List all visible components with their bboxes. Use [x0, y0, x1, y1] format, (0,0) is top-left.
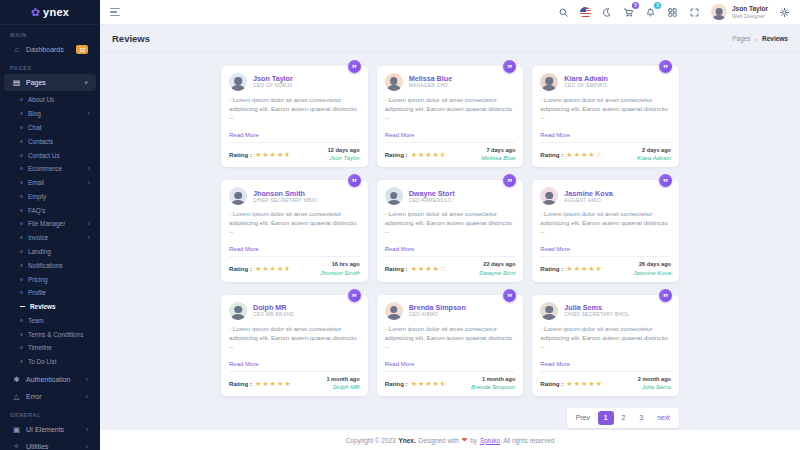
sidebar-subitem[interactable]: Contacts: [0, 134, 100, 148]
footer-by-text: by: [470, 437, 477, 444]
pagination-next-button[interactable]: next: [651, 411, 676, 425]
fullscreen-icon[interactable]: [689, 6, 701, 18]
sidebar-subitem[interactable]: Ecommerce ›: [0, 162, 100, 176]
sidebar-subitem[interactable]: Blog ›: [0, 107, 100, 121]
cart-icon[interactable]: 5: [623, 6, 635, 18]
sidebar-subitem[interactable]: File Manager ›: [0, 217, 100, 231]
sidebar-section-general: GENERAL: [0, 405, 100, 421]
sidebar-item-dashboards[interactable]: ⌂ Dashboards 12: [4, 41, 96, 58]
reviewer-name: Melissa Blue: [409, 74, 453, 83]
sidebar-subitem-label: Empty: [28, 193, 90, 200]
quote-icon: [503, 289, 516, 302]
sidebar-item[interactable]: ▣ UI Elements ›: [4, 421, 96, 438]
read-more-link[interactable]: Read More: [385, 132, 415, 138]
reviews-grid: Json Taylor CEO OF NORJA - Lorem ipsum d…: [221, 58, 679, 396]
reviewer-role: CHIEF SECRETARY BHOL: [564, 312, 629, 318]
review-text: - Lorem ipsum dolor sit amet consectetur…: [385, 210, 516, 237]
footer-designer-link[interactable]: Spruko: [480, 437, 500, 444]
rating-label: Rating :: [229, 151, 252, 158]
notifications-bell-icon[interactable]: 3: [645, 6, 657, 18]
profile-menu[interactable]: Json Taylor Web Designer: [711, 4, 768, 20]
read-more-link[interactable]: Read More: [540, 361, 570, 367]
quote-icon: [659, 289, 672, 302]
sidebar-item[interactable]: ✱ Authentication ›: [4, 371, 96, 388]
reviewer-name: Jasmine Kova: [564, 189, 612, 198]
logo-text: ynex: [43, 6, 69, 18]
bullet-icon: [20, 333, 23, 336]
app-logo[interactable]: ✿ ynex: [0, 0, 100, 25]
sidebar-subitem[interactable]: FAQ's: [0, 203, 100, 217]
apps-grid-icon[interactable]: [667, 6, 679, 18]
read-more-link[interactable]: Read More: [540, 246, 570, 252]
dark-mode-moon-icon[interactable]: [601, 6, 613, 18]
read-more-link[interactable]: Read More: [540, 132, 570, 138]
breadcrumb-parent[interactable]: Pages: [732, 35, 750, 42]
rating-label: Rating :: [540, 380, 563, 387]
sidebar-subitem[interactable]: Timeline: [0, 341, 100, 355]
read-more-link[interactable]: Read More: [229, 246, 259, 252]
sidebar-general-items: ▣ UI Elements › ✧ Utilities ›: [0, 421, 100, 450]
bullet-icon: [20, 278, 23, 281]
read-more-link[interactable]: Read More: [385, 246, 415, 252]
sidebar-subitem[interactable]: Empty: [0, 189, 100, 203]
review-card: Jasmine Kova AGGENT AMIO - Lorem ipsum d…: [532, 180, 679, 281]
quote-icon: [659, 60, 672, 73]
sidebar-subitem-label: File Manager: [28, 220, 83, 227]
footer-brand: Ynex.: [399, 437, 416, 444]
review-time: 22 days ago: [479, 261, 515, 268]
pagination-page-button[interactable]: 1: [598, 411, 614, 425]
review-text: - Lorem ipsum dolor sit amet consectetur…: [229, 210, 360, 237]
review-text: - Lorem ipsum dolor sit amet consectetur…: [540, 210, 671, 237]
bullet-icon: [20, 181, 23, 184]
review-text: - Lorem ipsum dolor sit amet consectetur…: [385, 96, 516, 123]
chevron-down-icon: ▾: [84, 79, 88, 87]
read-more-link[interactable]: Read More: [385, 361, 415, 367]
sidebar-subitem[interactable]: About Us: [0, 93, 100, 107]
bullet-icon: [20, 291, 23, 294]
breadcrumb: Pages » Reviews: [732, 35, 788, 42]
search-icon[interactable]: [558, 6, 570, 18]
sidebar-subitem[interactable]: Terms & Conditions: [0, 327, 100, 341]
quote-icon: [503, 60, 516, 73]
review-time: 12 days ago: [328, 147, 360, 154]
sidebar-subitem[interactable]: Notifications: [0, 258, 100, 272]
chevron-right-icon: ›: [86, 393, 88, 400]
reviewer-role: AGGENT AMIO: [564, 198, 612, 204]
sidebar-subitem[interactable]: To Do List: [0, 355, 100, 369]
sidebar-item[interactable]: △ Error ›: [4, 388, 96, 405]
pagination-prev-button[interactable]: Prev: [570, 411, 596, 425]
menu-toggle-icon[interactable]: [110, 8, 120, 17]
pagination-page-button[interactable]: 2: [616, 411, 632, 425]
sidebar-subitem[interactable]: Profile: [0, 286, 100, 300]
sidebar-subitem[interactable]: Landing: [0, 245, 100, 259]
dashboards-badge: 12: [76, 45, 88, 54]
sidebar-lower-items: ✱ Authentication › △ Error ›: [0, 371, 100, 405]
sidebar-subitem[interactable]: Chat: [0, 121, 100, 135]
sidebar-subitem[interactable]: Reviews: [0, 300, 100, 314]
sidebar-subitem-label: Team: [28, 317, 90, 324]
sidebar-subitem[interactable]: Contact Us: [0, 148, 100, 162]
review-card: Brenda Simpson CEO AIBMO - Lorem ipsum d…: [377, 295, 524, 396]
sidebar-item[interactable]: ✧ Utilities ›: [4, 438, 96, 450]
authentication-icon: ✱: [12, 375, 21, 384]
reviewer-signature: Dolph MR: [326, 383, 359, 391]
sidebar-subitem[interactable]: Email ›: [0, 176, 100, 190]
bullet-icon: [20, 319, 23, 322]
reviewer-avatar: [229, 187, 247, 205]
sidebar-subitem[interactable]: Invoice ›: [0, 231, 100, 245]
read-more-link[interactable]: Read More: [229, 361, 259, 367]
sidebar-subitem[interactable]: Team: [0, 314, 100, 328]
language-flag-icon[interactable]: [580, 7, 591, 18]
sidebar-item-pages[interactable]: ▤ Pages ▾: [4, 74, 96, 91]
settings-gear-icon[interactable]: [778, 6, 790, 18]
review-time: 1 month ago: [471, 376, 515, 383]
review-time: 2 month ago: [638, 376, 671, 383]
pagination-page-button[interactable]: 3: [633, 411, 649, 425]
chevron-right-icon: ›: [88, 234, 90, 241]
quote-icon: [659, 174, 672, 187]
reviewer-avatar: [540, 187, 558, 205]
breadcrumb-current: Reviews: [762, 35, 788, 42]
sidebar-subitem-label: Pricing: [28, 276, 90, 283]
sidebar-subitem[interactable]: Pricing: [0, 272, 100, 286]
read-more-link[interactable]: Read More: [229, 132, 259, 138]
